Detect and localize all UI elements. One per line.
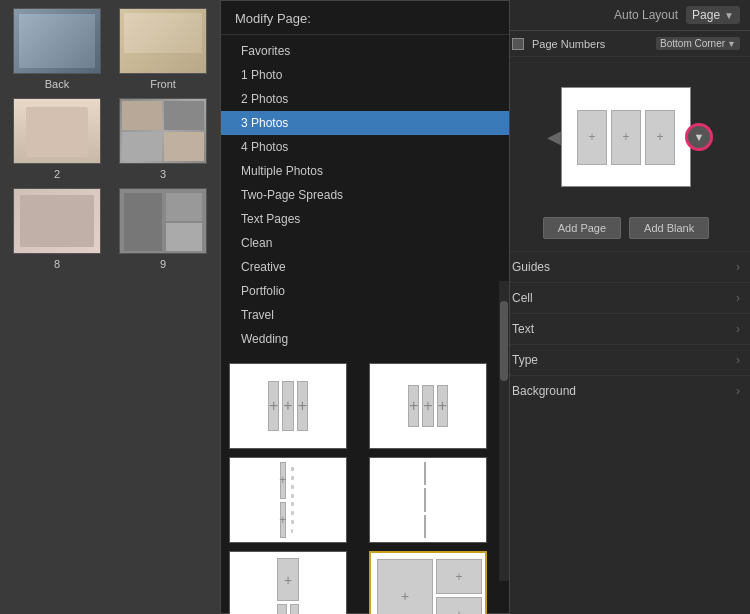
tpl-2big-bot: +: [436, 597, 482, 614]
thumb-front-image[interactable]: [119, 8, 207, 74]
right-panel: Auto Layout Page ▼ Page Numbers Bottom C…: [502, 0, 750, 614]
template-3equal-alt[interactable]: + + +: [369, 363, 487, 449]
tpl-photo-r-2: [424, 488, 426, 511]
add-blank-button[interactable]: Add Blank: [629, 217, 709, 239]
thumb-2-label: 2: [54, 168, 60, 180]
page-preview-area: ◀ + + + ▼: [502, 57, 750, 217]
tpl-line-6: [291, 511, 294, 515]
cell-section[interactable]: Cell ›: [502, 282, 750, 313]
tpl-line-1: [291, 467, 294, 471]
guides-label: Guides: [512, 260, 550, 274]
tpl-cell-3: +: [297, 381, 308, 431]
page-numbers-checkbox[interactable]: [512, 38, 524, 50]
template-3equal[interactable]: + + +: [229, 363, 347, 449]
tpl-line-4: [291, 494, 294, 498]
thumb-9-image[interactable]: [119, 188, 207, 254]
modify-page-dropdown: Modify Page: Favorites 1 Photo 2 Photos …: [220, 0, 510, 614]
template-1big-2small[interactable]: + + +: [229, 551, 347, 614]
menu-list: Favorites 1 Photo 2 Photos 3 Photos 4 Ph…: [221, 35, 509, 355]
background-arrow-icon: ›: [736, 384, 740, 398]
menu-item-text-pages[interactable]: Text Pages: [221, 207, 509, 231]
preview-cell-1: +: [577, 110, 607, 165]
tpl-line-5: [291, 502, 294, 506]
menu-item-creative[interactable]: Creative: [221, 255, 509, 279]
template-2big-1small[interactable]: + + +: [369, 551, 487, 614]
menu-item-4photos[interactable]: 4 Photos: [221, 135, 509, 159]
menu-item-favorites[interactable]: Favorites: [221, 39, 509, 63]
thumbnail-grid: Back Front 2: [8, 8, 212, 270]
template-text-left[interactable]: + +: [229, 457, 347, 543]
thumb-front-label: Front: [150, 78, 176, 90]
thumb-9-label: 9: [160, 258, 166, 270]
tpl-2big-inner: + + +: [371, 553, 485, 614]
corner-selector[interactable]: Bottom Corner ▼: [656, 37, 740, 50]
background-label: Background: [512, 384, 576, 398]
tpl-photo-col-left: + +: [280, 462, 286, 538]
tpl-line-3: [291, 485, 294, 489]
tpl-alt-cell-1: +: [408, 385, 419, 427]
tpl-small-cell-1: +: [277, 604, 286, 614]
preview-cell-2: +: [611, 110, 641, 165]
menu-item-multiple[interactable]: Multiple Photos: [221, 159, 509, 183]
thumb-back-label: Back: [45, 78, 69, 90]
page-preview[interactable]: + + +: [561, 87, 691, 187]
tpl-photo-col-right: [424, 462, 426, 538]
add-page-button[interactable]: Add Page: [543, 217, 621, 239]
scroll-thumb[interactable]: [500, 301, 508, 381]
tpl-text-col-right: [289, 462, 296, 538]
tpl-cell-2: +: [282, 381, 293, 431]
tpl-2big-top: +: [436, 559, 482, 594]
thumb-3[interactable]: 3: [114, 98, 212, 180]
preview-cell-3: +: [645, 110, 675, 165]
menu-item-portfolio[interactable]: Portfolio: [221, 279, 509, 303]
text-section[interactable]: Text ›: [502, 313, 750, 344]
thumb-9[interactable]: 9: [114, 188, 212, 270]
menu-item-2photos[interactable]: 2 Photos: [221, 87, 509, 111]
tpl-alt-cell-3: +: [437, 385, 448, 427]
thumb-3-image[interactable]: [119, 98, 207, 164]
scroll-left-icon: ◀: [547, 126, 561, 148]
tpl-1big-inner: + + +: [271, 552, 304, 614]
dropdown-scrollbar[interactable]: [499, 281, 509, 581]
page-preview-container: ◀ + + + ▼: [561, 87, 691, 187]
thumb-8-image[interactable]: [13, 188, 101, 254]
corner-arrow-icon: ▼: [727, 39, 736, 49]
template-text-right[interactable]: [369, 457, 487, 543]
menu-item-travel[interactable]: Travel: [221, 303, 509, 327]
page-selector[interactable]: Page ▼: [686, 6, 740, 24]
thumb-front[interactable]: Front: [114, 8, 212, 90]
thumb-back-image[interactable]: [13, 8, 101, 74]
left-panel: Back Front 2: [0, 0, 220, 614]
tpl-small-cell-2: +: [290, 604, 299, 614]
thumb-3-label: 3: [160, 168, 166, 180]
tpl-line-7: [291, 520, 294, 524]
dropdown-title: Modify Page:: [221, 1, 509, 35]
tpl-alt-cell-2: +: [422, 385, 433, 427]
text-label: Text: [512, 322, 534, 336]
tpl-text-col-left: [429, 462, 433, 538]
menu-item-1photo[interactable]: 1 Photo: [221, 63, 509, 87]
text-arrow-icon: ›: [736, 322, 740, 336]
thumb-2[interactable]: 2: [8, 98, 106, 180]
thumb-2-image[interactable]: [13, 98, 101, 164]
tpl-3equal-inner: + + +: [262, 364, 314, 448]
type-section[interactable]: Type ›: [502, 344, 750, 375]
thumb-back[interactable]: Back: [8, 8, 106, 90]
guides-section[interactable]: Guides ›: [502, 251, 750, 282]
auto-layout-bar: Auto Layout Page ▼: [502, 0, 750, 31]
cell-label: Cell: [512, 291, 533, 305]
menu-item-3photos[interactable]: 3 Photos: [221, 111, 509, 135]
tpl-3equal-alt-inner: + + +: [400, 364, 456, 448]
thumb-8[interactable]: 8: [8, 188, 106, 270]
page-dropdown-arrow-icon: ▼: [724, 10, 734, 21]
background-section[interactable]: Background ›: [502, 375, 750, 406]
guides-arrow-icon: ›: [736, 260, 740, 274]
menu-item-clean[interactable]: Clean: [221, 231, 509, 255]
page-layout-dropdown-button[interactable]: ▼: [685, 123, 713, 151]
cell-arrow-icon: ›: [736, 291, 740, 305]
tpl-photo-r-3: [424, 515, 426, 538]
tpl-cell-1: +: [268, 381, 279, 431]
menu-item-wedding[interactable]: Wedding: [221, 327, 509, 351]
menu-item-two-page[interactable]: Two-Page Spreads: [221, 183, 509, 207]
tpl-big-cell: +: [277, 558, 298, 601]
